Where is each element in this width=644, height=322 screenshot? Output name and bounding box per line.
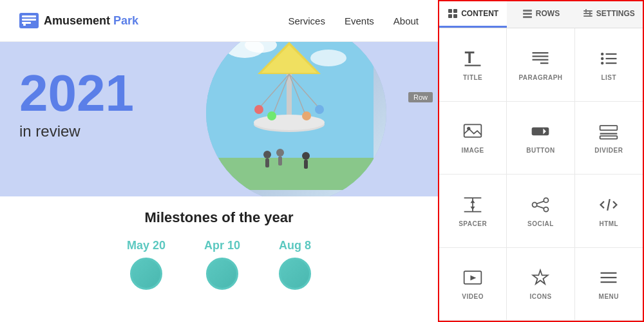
content-item-list[interactable]: LIST bbox=[575, 28, 643, 102]
tab-rows[interactable]: ROWS bbox=[507, 1, 574, 28]
nav-about[interactable]: About bbox=[393, 15, 419, 26]
hero-year: 2021 bbox=[19, 68, 134, 119]
title-icon: T bbox=[462, 48, 483, 69]
svg-point-64 bbox=[533, 202, 537, 207]
svg-rect-23 bbox=[265, 158, 269, 167]
milestone-item-2: Aug 8 bbox=[279, 239, 311, 290]
icons-icon bbox=[530, 267, 551, 288]
svg-rect-36 bbox=[583, 13, 592, 14]
hero-image-circle bbox=[206, 42, 386, 196]
svg-rect-54 bbox=[532, 128, 549, 135]
content-item-button[interactable]: BUTTON bbox=[507, 102, 574, 175]
paragraph-icon bbox=[530, 48, 551, 69]
content-item-paragraph[interactable]: PARAGRAPH bbox=[507, 28, 574, 102]
tab-content-label: CONTENT bbox=[461, 9, 498, 18]
svg-rect-2 bbox=[22, 22, 31, 24]
content-panel: CONTENT ROWS SETTINGS T bbox=[438, 0, 644, 322]
tab-rows-label: ROWS bbox=[536, 9, 560, 18]
hero-section: Row 2021 in review bbox=[0, 42, 438, 196]
content-item-html[interactable]: HTML bbox=[575, 175, 643, 248]
divider-item-label: DIVIDER bbox=[594, 147, 623, 154]
svg-rect-35 bbox=[583, 10, 592, 12]
tab-settings-label: SETTINGS bbox=[596, 9, 635, 18]
svg-rect-34 bbox=[523, 16, 532, 18]
milestone-avatar-2 bbox=[279, 258, 311, 290]
svg-point-22 bbox=[263, 151, 271, 158]
svg-point-24 bbox=[276, 149, 284, 156]
svg-rect-31 bbox=[453, 14, 457, 18]
svg-rect-21 bbox=[206, 158, 374, 190]
tab-settings[interactable]: SETTINGS bbox=[575, 1, 643, 28]
svg-rect-58 bbox=[600, 136, 618, 138]
svg-point-16 bbox=[315, 105, 324, 114]
paragraph-item-label: PARAGRAPH bbox=[518, 74, 562, 81]
milestones-title: Milestones of the year bbox=[19, 209, 419, 226]
site-navigation: Services Events About bbox=[288, 15, 419, 26]
content-item-title[interactable]: T TITLE bbox=[439, 28, 507, 102]
site-header: Amusement Park Services Events About bbox=[0, 0, 438, 42]
website-preview: Amusement Park Services Events About Row… bbox=[0, 0, 438, 322]
nav-services[interactable]: Services bbox=[288, 15, 325, 26]
settings-tab-icon bbox=[583, 8, 593, 19]
content-item-social[interactable]: SOCIAL bbox=[507, 175, 574, 248]
tab-content[interactable]: CONTENT bbox=[439, 1, 507, 28]
hero-image bbox=[206, 42, 386, 196]
svg-line-67 bbox=[537, 201, 544, 204]
content-item-menu[interactable]: MENU bbox=[575, 248, 643, 321]
menu-item-label: MENU bbox=[599, 293, 619, 300]
svg-rect-1 bbox=[22, 19, 36, 21]
image-item-label: IMAGE bbox=[462, 147, 484, 154]
svg-rect-56 bbox=[600, 126, 618, 130]
title-item-label: TITLE bbox=[463, 74, 482, 81]
logo-amusement: Amusement bbox=[44, 14, 110, 27]
svg-marker-71 bbox=[471, 276, 477, 281]
content-item-image[interactable]: IMAGE bbox=[439, 102, 507, 175]
row-badge: Row bbox=[408, 92, 433, 102]
milestone-date-0: May 20 bbox=[127, 239, 166, 252]
svg-point-50 bbox=[601, 62, 603, 64]
milestones-dates: May 20 Apr 10 Aug 8 bbox=[19, 239, 419, 290]
hero-subtitle: in review bbox=[19, 122, 134, 140]
svg-point-48 bbox=[601, 57, 603, 60]
svg-point-12 bbox=[254, 115, 325, 130]
milestone-item-1: Apr 10 bbox=[204, 239, 240, 290]
svg-point-46 bbox=[601, 52, 603, 55]
content-tab-icon bbox=[448, 8, 458, 19]
logo-icon bbox=[19, 13, 39, 28]
video-icon bbox=[462, 267, 483, 288]
svg-text:T: T bbox=[465, 48, 475, 66]
svg-marker-63 bbox=[471, 206, 475, 209]
social-item-label: SOCIAL bbox=[527, 220, 554, 227]
logo-park: Park bbox=[113, 14, 138, 27]
svg-rect-38 bbox=[585, 9, 587, 13]
svg-rect-3 bbox=[23, 24, 26, 26]
content-item-divider[interactable]: DIVIDER bbox=[575, 102, 643, 175]
svg-rect-27 bbox=[304, 160, 308, 169]
button-icon bbox=[530, 121, 551, 142]
svg-rect-28 bbox=[448, 9, 452, 13]
menu-icon bbox=[598, 267, 619, 288]
svg-point-65 bbox=[544, 198, 549, 202]
svg-marker-62 bbox=[471, 200, 475, 203]
svg-rect-39 bbox=[589, 12, 591, 15]
svg-point-14 bbox=[254, 105, 263, 114]
svg-point-26 bbox=[302, 152, 310, 160]
svg-point-20 bbox=[302, 111, 311, 120]
milestone-date-2: Aug 8 bbox=[279, 239, 311, 252]
hero-text-area: 2021 in review bbox=[19, 68, 134, 140]
nav-events[interactable]: Events bbox=[345, 15, 374, 26]
svg-line-69 bbox=[608, 199, 611, 211]
icons-item-label: ICONS bbox=[529, 293, 551, 300]
svg-rect-32 bbox=[523, 10, 532, 12]
panel-tabs: CONTENT ROWS SETTINGS bbox=[439, 1, 643, 28]
list-icon bbox=[598, 48, 619, 69]
content-grid: T TITLE PARAGRAPH bbox=[439, 28, 643, 321]
svg-line-68 bbox=[537, 206, 544, 209]
divider-icon bbox=[598, 121, 619, 142]
content-item-spacer[interactable]: SPACER bbox=[439, 175, 507, 248]
content-item-icons[interactable]: ICONS bbox=[507, 248, 574, 321]
rows-tab-icon bbox=[522, 8, 533, 19]
html-icon bbox=[598, 194, 619, 215]
content-item-video[interactable]: VIDEO bbox=[439, 248, 507, 321]
site-logo: Amusement Park bbox=[19, 13, 138, 28]
